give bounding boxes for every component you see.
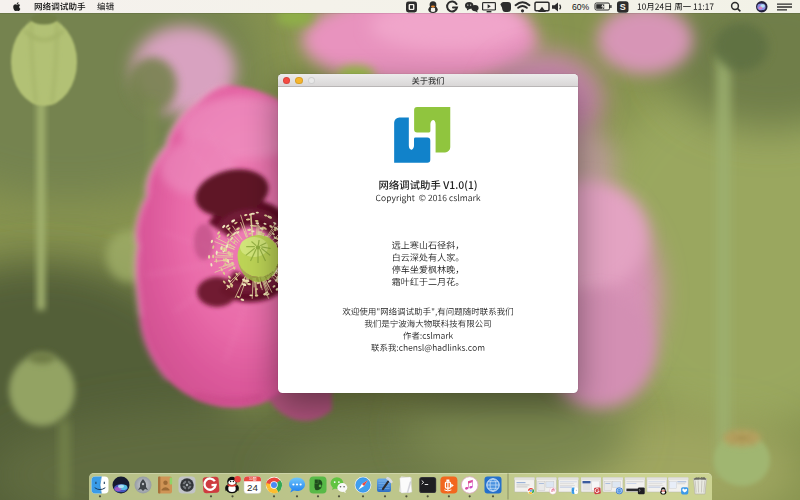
svg-text:S: S [620,2,626,12]
svg-text:60%: 60% [572,2,590,12]
svg-text:24: 24 [247,482,258,493]
